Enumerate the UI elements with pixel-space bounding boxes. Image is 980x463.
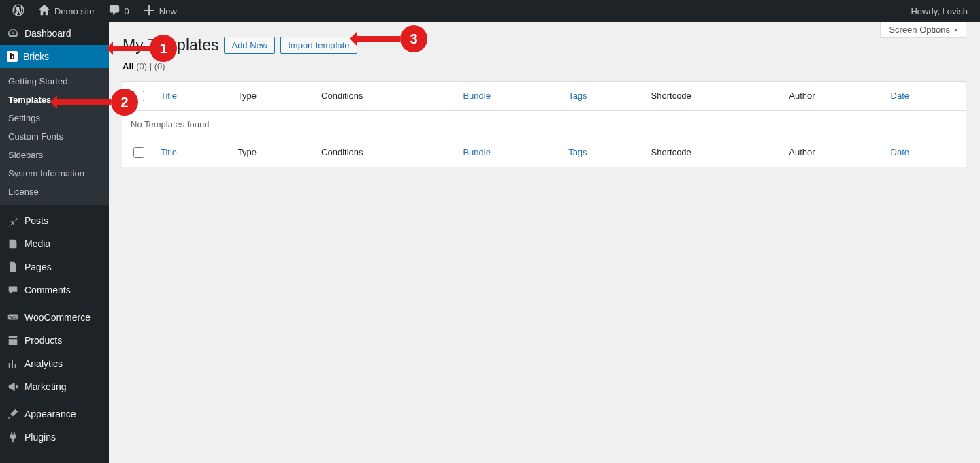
column-checkbox [122,81,154,110]
column-title-foot[interactable]: Title [154,138,231,167]
sidebar-item-label: Posts [24,215,48,226]
select-all-bottom[interactable] [133,147,144,158]
column-date-foot[interactable]: Date [884,138,966,167]
admin-toolbar: Demo site 0 New Howdy, Lovish [0,0,980,22]
sidebar-item-comments[interactable]: Comments [0,278,109,302]
sidebar-item-bricks[interactable]: b Bricks [0,45,109,68]
submenu-sidebars[interactable]: Sidebars [0,146,109,164]
content-area: Screen Options My Templates Add New Impo… [109,0,980,463]
screen-options-label: Screen Options [889,25,950,35]
sidebar-item-label: Pages [24,261,52,272]
page-title: My Templates [122,35,218,56]
sidebar-item-label: Analytics [24,358,63,369]
column-conditions: Conditions [314,81,456,110]
column-type: Type [231,81,314,110]
column-author: Author [782,81,883,110]
column-conditions-foot: Conditions [314,138,456,167]
filter-all-count: (0) [136,61,147,71]
home-icon [38,4,50,18]
sidebar-item-products[interactable]: Products [0,329,109,352]
column-author-foot: Author [782,138,883,167]
column-type-foot: Type [231,138,314,167]
column-date[interactable]: Date [884,81,966,110]
submenu-system-info[interactable]: System Information [0,164,109,182]
sidebar-item-pages[interactable]: Pages [0,255,109,278]
plugin-icon [7,431,19,443]
select-all-top[interactable] [133,91,144,101]
wp-logo-menu[interactable] [5,0,31,22]
media-icon [7,238,19,250]
filter-all-label: All [122,61,134,71]
svg-text:woo: woo [8,315,17,319]
sidebar-item-analytics[interactable]: Analytics [0,352,109,375]
woocommerce-icon: woo [7,311,19,323]
sidebar-item-marketing[interactable]: Marketing [0,375,109,398]
screen-options-button[interactable]: Screen Options [880,22,966,38]
column-checkbox-foot [122,138,154,167]
sidebar-item-appearance[interactable]: Appearance [0,402,109,426]
sidebar-item-dashboard[interactable]: Dashboard [0,22,109,45]
page-header: My Templates Add New Import template [122,35,966,56]
column-title[interactable]: Title [154,81,231,110]
sidebar-item-label: Products [24,335,62,346]
comment-icon [7,284,19,296]
sidebar-item-media[interactable]: Media [0,232,109,255]
filter-trash-count: (0) [154,61,165,71]
table-row-empty: No Templates found [122,110,966,138]
brush-icon [7,408,19,420]
page-icon [7,261,19,273]
column-tags[interactable]: Tags [561,81,644,110]
sidebar-item-label: Appearance [24,409,76,419]
sidebar-item-posts[interactable]: Posts [0,209,109,232]
no-items-text: No Templates found [122,110,966,138]
pin-icon [7,214,19,227]
site-name-text: Demo site [54,6,95,16]
submenu-license[interactable]: License [0,182,109,201]
add-new-button[interactable]: Add New [224,37,275,54]
filter-separator: | [150,61,152,71]
sidebar-item-label: Dashboard [24,28,71,39]
new-content-menu[interactable]: New [136,0,184,22]
sidebar-item-label: Media [24,238,50,249]
submenu-custom-fonts[interactable]: Custom Fonts [0,127,109,146]
sidebar-item-label: Marketing [24,381,66,392]
templates-table: Title Type Conditions Bundle Tags Shortc… [122,81,966,167]
import-template-button[interactable]: Import template [280,37,357,54]
plus-icon [143,4,155,18]
admin-sidebar: Dashboard b Bricks Getting Started Templ… [0,22,109,463]
site-name-menu[interactable]: Demo site [31,0,101,22]
dashboard-icon [7,27,19,39]
bricks-icon: b [7,51,18,62]
submenu-templates[interactable]: Templates [0,91,109,109]
my-account-menu[interactable]: Howdy, Lovish [904,0,975,22]
howdy-text: Howdy, Lovish [911,6,968,16]
sidebar-item-label: Comments [24,285,71,296]
column-shortcode-foot: Shortcode [644,138,783,167]
status-filters: All (0) | (0) [122,61,966,71]
sidebar-item-label: Bricks [23,51,49,62]
column-bundle[interactable]: Bundle [456,81,561,110]
comments-count: 0 [125,6,129,16]
column-tags-foot[interactable]: Tags [561,138,644,167]
products-icon [7,334,19,347]
megaphone-icon [7,381,19,393]
column-bundle-foot[interactable]: Bundle [456,138,561,167]
analytics-icon [7,357,19,370]
comment-icon [108,4,120,18]
filter-all[interactable]: All [122,61,136,71]
wordpress-icon [12,4,24,18]
new-text: New [159,6,177,16]
bricks-submenu: Getting Started Templates Settings Custo… [0,68,109,205]
sidebar-item-label: Plugins [24,432,56,443]
submenu-settings[interactable]: Settings [0,109,109,127]
submenu-getting-started[interactable]: Getting Started [0,72,109,91]
sidebar-item-woocommerce[interactable]: woo WooCommerce [0,306,109,329]
sidebar-item-plugins[interactable]: Plugins [0,426,109,449]
column-shortcode: Shortcode [644,81,783,110]
sidebar-item-label: WooCommerce [24,312,91,323]
comments-menu[interactable]: 0 [101,0,136,22]
